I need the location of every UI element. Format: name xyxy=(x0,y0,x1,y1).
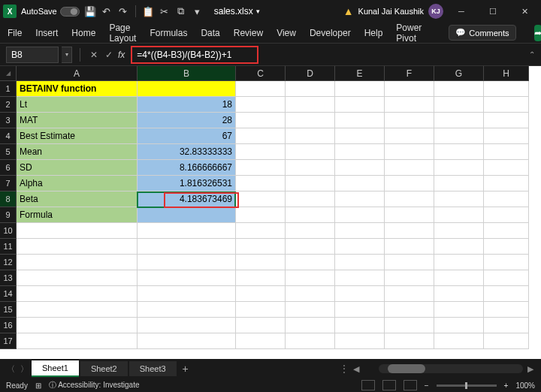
cell[interactable]: MAT xyxy=(17,113,138,128)
view-normal-icon[interactable] xyxy=(361,380,375,390)
col-header-e[interactable]: E xyxy=(335,66,385,81)
chevron-down-icon[interactable]: ▾ xyxy=(192,5,204,17)
tab-power-pivot[interactable]: Power Pivot xyxy=(396,20,422,47)
zoom-slider[interactable] xyxy=(437,384,497,387)
expand-formula-icon[interactable]: ⌃ xyxy=(529,50,535,59)
cell[interactable]: Beta xyxy=(17,191,138,207)
cell[interactable]: Mean xyxy=(17,144,138,160)
tab-data[interactable]: Data xyxy=(201,25,219,41)
tab-developer[interactable]: Developer xyxy=(310,25,351,41)
row-header[interactable]: 11 xyxy=(0,239,17,255)
row-header[interactable]: 2 xyxy=(0,97,17,113)
maximize-button[interactable]: ☐ xyxy=(479,0,506,23)
fx-icon[interactable]: fx xyxy=(118,50,125,60)
cell[interactable] xyxy=(138,207,236,223)
accessibility-status[interactable]: ⓘ Accessibility: Investigate xyxy=(49,380,140,390)
tab-home[interactable]: Home xyxy=(71,25,95,41)
cell[interactable]: Formula xyxy=(17,207,138,223)
cell[interactable]: BETAINV function xyxy=(17,81,138,97)
close-button[interactable]: ✕ xyxy=(511,0,538,23)
col-header-c[interactable]: C xyxy=(236,66,286,81)
row-header[interactable]: 7 xyxy=(0,176,17,191)
row-header[interactable]: 3 xyxy=(0,113,17,128)
sheet-tab-3[interactable]: Sheet3 xyxy=(129,361,177,376)
filename[interactable]: sales.xlsx ▾ xyxy=(214,6,260,17)
tab-help[interactable]: Help xyxy=(364,25,383,41)
row-header[interactable]: 6 xyxy=(0,160,17,176)
row-header[interactable]: 9 xyxy=(0,207,17,223)
col-header-g[interactable]: G xyxy=(434,66,484,81)
row-header[interactable]: 14 xyxy=(0,286,17,302)
tab-file[interactable]: File xyxy=(8,25,22,41)
minimize-button[interactable]: ─ xyxy=(448,0,475,23)
worksheet[interactable]: ◢ A B C D E F G H 1BETAINV function 2Lt1… xyxy=(0,66,541,366)
tab-nav-next[interactable]: 〉 xyxy=(18,363,30,375)
avatar: KJ xyxy=(428,4,443,19)
sheet-tab-2[interactable]: Sheet2 xyxy=(80,361,128,376)
cell[interactable]: 8.166666667 xyxy=(138,160,236,176)
col-header-b[interactable]: B xyxy=(138,66,236,81)
cell[interactable]: 18 xyxy=(138,97,236,113)
col-header-d[interactable]: D xyxy=(286,66,335,81)
name-box-dropdown[interactable]: ▾ xyxy=(62,47,72,63)
cell[interactable]: 32.83333333 xyxy=(138,144,236,160)
col-header-h[interactable]: H xyxy=(484,66,529,81)
row-header[interactable]: 5 xyxy=(0,144,17,160)
zoom-in-button[interactable]: + xyxy=(504,381,509,390)
row-header[interactable]: 13 xyxy=(0,270,17,286)
cell-active[interactable]: 4.183673469 xyxy=(138,191,236,207)
view-break-icon[interactable] xyxy=(403,380,417,390)
col-header-a[interactable]: A xyxy=(17,66,138,81)
autosave-toggle[interactable]: AutoSave Off xyxy=(21,7,80,17)
zoom-level[interactable]: 100% xyxy=(515,381,535,390)
row-header[interactable]: 10 xyxy=(0,223,17,239)
tab-view[interactable]: View xyxy=(277,25,296,41)
sheet-tab-1[interactable]: Sheet1 xyxy=(32,360,79,377)
row-header[interactable]: 16 xyxy=(0,318,17,333)
row-header[interactable]: 4 xyxy=(0,128,17,144)
scroll-right[interactable]: ▶ xyxy=(524,363,536,375)
undo-icon[interactable]: ↶ xyxy=(101,5,113,17)
cell[interactable]: Best Estimate xyxy=(17,128,138,144)
cell[interactable]: Lt xyxy=(17,97,138,113)
horizontal-scrollbar[interactable] xyxy=(379,364,523,373)
tab-formulas[interactable]: Formulas xyxy=(150,25,187,41)
cell[interactable]: SD xyxy=(17,160,138,176)
cell[interactable]: 67 xyxy=(138,128,236,144)
row-header[interactable]: 15 xyxy=(0,302,17,318)
cell[interactable]: 1.816326531 xyxy=(138,176,236,191)
share-button[interactable]: ➦ xyxy=(534,25,541,41)
cell[interactable]: Alpha xyxy=(17,176,138,191)
ribbon-tabs: File Insert Home Page Layout Formulas Da… xyxy=(0,23,541,44)
macro-icon[interactable]: ⊞ xyxy=(35,381,41,390)
user-account[interactable]: ▲ Kunal Jai Kaushik KJ xyxy=(343,4,443,19)
name-box[interactable]: B8 xyxy=(6,47,59,63)
formula-input[interactable] xyxy=(131,46,258,64)
tab-nav-prev[interactable]: 〈 xyxy=(5,363,17,375)
clipboard-icon[interactable]: 📋 xyxy=(142,5,154,17)
tab-review[interactable]: Review xyxy=(234,25,263,41)
tab-page-layout[interactable]: Page Layout xyxy=(109,20,136,47)
row-header[interactable]: 1 xyxy=(0,81,17,97)
add-sheet-button[interactable]: + xyxy=(178,363,193,375)
zoom-out-button[interactable]: − xyxy=(425,381,429,390)
row-header[interactable]: 12 xyxy=(0,255,17,270)
view-page-icon[interactable] xyxy=(382,380,396,390)
row-header[interactable]: 8 xyxy=(0,191,17,207)
select-all-corner[interactable]: ◢ xyxy=(0,66,17,81)
scroll-left[interactable]: ◀ xyxy=(350,363,362,375)
redo-icon[interactable]: ↷ xyxy=(117,5,129,17)
copy-icon[interactable]: ⧉ xyxy=(175,5,187,17)
col-header-f[interactable]: F xyxy=(385,66,434,81)
tab-menu-icon[interactable]: ⋮ xyxy=(340,363,349,374)
enter-icon[interactable]: ✓ xyxy=(103,49,115,61)
excel-icon: X xyxy=(3,5,17,18)
row-header[interactable]: 17 xyxy=(0,333,17,349)
cell[interactable] xyxy=(138,81,236,97)
save-icon[interactable]: 💾 xyxy=(84,5,96,17)
cancel-icon[interactable]: ✕ xyxy=(88,49,100,61)
cell[interactable]: 28 xyxy=(138,113,236,128)
tab-insert[interactable]: Insert xyxy=(35,25,58,41)
comments-button[interactable]: 💬 Comments xyxy=(449,25,515,41)
cut-icon[interactable]: ✂ xyxy=(159,5,171,17)
